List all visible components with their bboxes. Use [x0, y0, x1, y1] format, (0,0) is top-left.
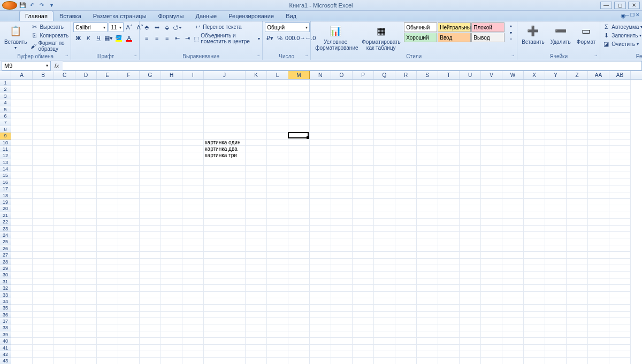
cell-C19[interactable]	[54, 199, 75, 205]
cell-AA32[interactable]	[588, 285, 609, 291]
cell-X27[interactable]	[524, 252, 545, 258]
cell-P34[interactable]	[353, 298, 374, 305]
cell-G16[interactable]	[140, 179, 161, 185]
cell-N28[interactable]	[310, 259, 331, 265]
cell-P18[interactable]	[353, 192, 374, 199]
cell-H11[interactable]	[161, 146, 182, 152]
row-header-16[interactable]: 16	[0, 179, 11, 185]
cell-AA35[interactable]	[588, 305, 609, 311]
cell-B9[interactable]	[33, 133, 54, 139]
cell-P33[interactable]	[353, 292, 374, 298]
cell-X30[interactable]	[524, 272, 545, 278]
cell-O14[interactable]	[331, 166, 353, 172]
cell-C34[interactable]	[54, 298, 75, 305]
cell-H39[interactable]	[161, 331, 182, 338]
cell-C24[interactable]	[54, 232, 75, 238]
cell-N12[interactable]	[310, 152, 331, 159]
cell-P32[interactable]	[353, 285, 374, 291]
cell-I23[interactable]	[182, 226, 204, 232]
italic-button[interactable]: К	[83, 33, 93, 43]
cell-V18[interactable]	[481, 192, 502, 199]
cell-P7[interactable]	[353, 119, 374, 126]
cell-Q12[interactable]	[374, 152, 395, 159]
cell-O27[interactable]	[331, 252, 353, 258]
cell-D19[interactable]	[75, 199, 97, 205]
cell-H42[interactable]	[161, 351, 182, 358]
cell-U32[interactable]	[460, 285, 481, 291]
cell-M7[interactable]	[288, 119, 310, 126]
cell-T9[interactable]	[438, 133, 460, 139]
cell-T23[interactable]	[438, 226, 460, 232]
cell-B37[interactable]	[33, 318, 54, 324]
cell-A20[interactable]	[11, 205, 33, 212]
cell-M42[interactable]	[288, 351, 310, 358]
formula-input[interactable]	[63, 61, 642, 71]
cell-D24[interactable]	[75, 232, 97, 238]
col-header-Q[interactable]: Q	[374, 71, 395, 79]
cell-K27[interactable]	[246, 252, 267, 258]
cell-D23[interactable]	[75, 226, 97, 232]
cell-O34[interactable]	[331, 298, 353, 305]
merge-center-button[interactable]: ⬚Объединить и поместить в центре▾	[194, 32, 260, 45]
cell-S34[interactable]	[417, 298, 438, 305]
cell-D6[interactable]	[75, 113, 97, 119]
cell-X32[interactable]	[524, 285, 545, 291]
cell-U10[interactable]	[460, 140, 481, 146]
cell-J19[interactable]	[204, 199, 246, 205]
row-header-18[interactable]: 18	[0, 192, 11, 199]
cell-V20[interactable]	[481, 205, 502, 212]
cell-P22[interactable]	[353, 219, 374, 225]
cell-R4[interactable]	[395, 99, 417, 106]
cell-G18[interactable]	[140, 192, 161, 199]
cell-Y15[interactable]	[545, 172, 567, 179]
cell-O19[interactable]	[331, 199, 353, 205]
number-format-combo[interactable]: Общий▾	[265, 22, 310, 32]
cell-Z25[interactable]	[567, 238, 588, 245]
cell-I37[interactable]	[182, 318, 204, 324]
cell-U43[interactable]	[460, 358, 481, 364]
row-header-10[interactable]: 10	[0, 140, 11, 146]
cell-J8[interactable]	[204, 126, 246, 133]
cell-F3[interactable]	[118, 93, 140, 99]
col-header-X[interactable]: X	[524, 71, 545, 79]
cell-AA28[interactable]	[588, 259, 609, 265]
cell-F40[interactable]	[118, 338, 140, 344]
cell-J23[interactable]	[204, 226, 246, 232]
cell-J41[interactable]	[204, 345, 246, 351]
cell-M8[interactable]	[288, 126, 310, 133]
cell-AB16[interactable]	[609, 179, 631, 185]
cell-Y18[interactable]	[545, 192, 567, 199]
cell-D42[interactable]	[75, 351, 97, 358]
cell-P26[interactable]	[353, 245, 374, 252]
cell-AA9[interactable]	[588, 133, 609, 139]
cell-L41[interactable]	[267, 345, 288, 351]
cell-G21[interactable]	[140, 212, 161, 219]
tab-рецензирование[interactable]: Рецензирование	[223, 11, 280, 21]
cell-T39[interactable]	[438, 331, 460, 338]
cell-A43[interactable]	[11, 358, 33, 364]
cell-S24[interactable]	[417, 232, 438, 238]
cell-Y20[interactable]	[545, 205, 567, 212]
cell-X4[interactable]	[524, 99, 545, 106]
cell-K14[interactable]	[246, 166, 267, 172]
cell-G7[interactable]	[140, 119, 161, 126]
cell-Y26[interactable]	[545, 245, 567, 252]
cell-L12[interactable]	[267, 152, 288, 159]
cell-V43[interactable]	[481, 358, 502, 364]
cell-S7[interactable]	[417, 119, 438, 126]
cell-B16[interactable]	[33, 179, 54, 185]
cell-Q40[interactable]	[374, 338, 395, 344]
cell-F41[interactable]	[118, 345, 140, 351]
cell-Z4[interactable]	[567, 99, 588, 106]
cell-R37[interactable]	[395, 318, 417, 324]
cell-N24[interactable]	[310, 232, 331, 238]
cell-K1[interactable]	[246, 80, 267, 86]
cell-E32[interactable]	[97, 285, 118, 291]
cell-S8[interactable]	[417, 126, 438, 133]
cell-Z22[interactable]	[567, 219, 588, 225]
cell-U8[interactable]	[460, 126, 481, 133]
cell-X36[interactable]	[524, 312, 545, 318]
cell-E30[interactable]	[97, 272, 118, 278]
cell-I1[interactable]	[182, 80, 204, 86]
fill-button[interactable]: ⬇Заполнить▾	[602, 31, 642, 40]
